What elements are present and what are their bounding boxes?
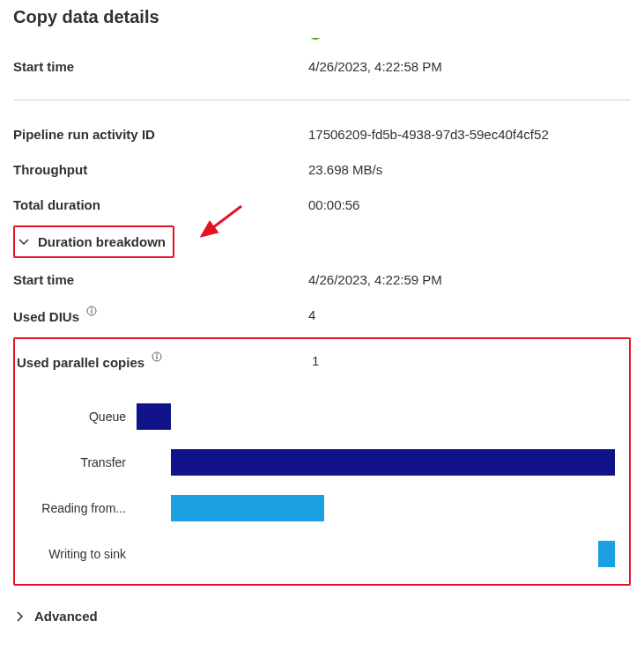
chart-track-transfer bbox=[137, 449, 615, 476]
chart-label-queue: Queue bbox=[15, 410, 130, 424]
chart-row-queue: Queue bbox=[15, 394, 615, 439]
chart-bar-reading bbox=[171, 495, 325, 521]
used-parallel-copies-value: 1 bbox=[312, 353, 319, 368]
total-duration-value: 00:00:56 bbox=[308, 197, 359, 212]
chart-bar-writing bbox=[598, 541, 615, 567]
advanced-toggle[interactable]: Advanced bbox=[13, 603, 631, 629]
svg-rect-2 bbox=[92, 310, 93, 314]
total-duration-row: Total duration 00:00:56 bbox=[13, 187, 631, 222]
annotation-highlight-duration-breakdown: Duration breakdown bbox=[13, 225, 174, 258]
chart-label-writing: Writing to sink bbox=[15, 547, 130, 561]
used-parallel-copies-row: Used parallel copies 1 bbox=[15, 343, 624, 378]
breakdown-start-time-value: 4/26/2023, 4:22:59 PM bbox=[308, 272, 442, 287]
used-parallel-copies-label: Used parallel copies bbox=[17, 351, 312, 370]
total-duration-label: Total duration bbox=[13, 197, 308, 212]
pipeline-run-label: Pipeline run activity ID bbox=[13, 127, 308, 142]
chevron-right-icon bbox=[15, 611, 27, 622]
start-time-value: 4/26/2023, 4:22:58 PM bbox=[308, 59, 442, 74]
start-time-label: Start time bbox=[13, 59, 308, 74]
chart-bar-queue bbox=[137, 403, 171, 430]
throughput-value: 23.698 MB/s bbox=[308, 162, 382, 177]
chart-track-reading bbox=[137, 495, 615, 521]
breakdown-start-time-row: Start time 4/26/2023, 4:22:59 PM bbox=[13, 262, 631, 297]
svg-rect-5 bbox=[157, 356, 158, 359]
throughput-row: Throughput 23.698 MB/s bbox=[13, 151, 631, 187]
chart-row-transfer: Transfer bbox=[15, 439, 615, 485]
duration-gantt-chart: Queue Transfer Reading from... Writing t… bbox=[15, 394, 624, 577]
pipeline-run-value: 17506209-fd5b-4938-97d3-59ec40f4cf52 bbox=[308, 127, 549, 142]
status-label: Status bbox=[13, 38, 308, 40]
used-dius-row: Used DIUs 4 bbox=[13, 297, 631, 332]
status-value: Succeeded bbox=[328, 38, 394, 40]
info-icon[interactable] bbox=[152, 351, 162, 362]
info-icon[interactable] bbox=[86, 306, 97, 316]
annotation-arrow bbox=[193, 204, 246, 245]
pipeline-run-row: Pipeline run activity ID 17506209-fd5b-4… bbox=[13, 116, 631, 151]
used-dius-label: Used DIUs bbox=[13, 306, 308, 324]
chart-row-writing: Writing to sink bbox=[15, 531, 615, 577]
start-time-row: Start time 4/26/2023, 4:22:58 PM bbox=[13, 48, 631, 84]
chart-label-transfer: Transfer bbox=[15, 455, 130, 469]
used-dius-value: 4 bbox=[308, 307, 315, 322]
annotation-highlight-chart-section: Used parallel copies 1 Queue Transfer Re… bbox=[13, 337, 631, 586]
svg-point-1 bbox=[91, 307, 93, 309]
status-value-wrap: Succeeded bbox=[308, 38, 394, 40]
duration-breakdown-label: Duration breakdown bbox=[38, 234, 166, 249]
svg-point-4 bbox=[156, 353, 158, 355]
chart-label-reading: Reading from... bbox=[15, 501, 130, 515]
success-icon bbox=[308, 38, 322, 40]
section-divider bbox=[13, 100, 631, 100]
status-row: Status Succeeded bbox=[13, 38, 631, 48]
page-title: Copy data details bbox=[13, 7, 631, 27]
duration-breakdown-toggle[interactable]: Duration breakdown bbox=[17, 229, 167, 255]
advanced-label: Advanced bbox=[34, 609, 98, 624]
throughput-label: Throughput bbox=[13, 162, 308, 177]
chart-track-writing bbox=[137, 541, 615, 567]
chevron-down-icon bbox=[19, 237, 31, 247]
chart-bar-transfer bbox=[171, 449, 615, 476]
breakdown-start-time-label: Start time bbox=[13, 272, 308, 287]
chart-row-reading: Reading from... bbox=[15, 485, 615, 531]
chart-track-queue bbox=[137, 403, 615, 430]
